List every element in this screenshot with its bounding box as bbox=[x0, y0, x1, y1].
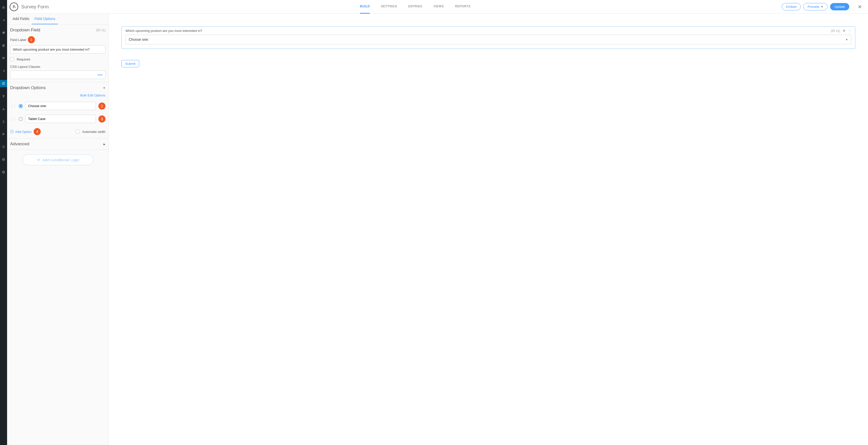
option-input-2[interactable] bbox=[25, 115, 96, 123]
rail-appearance-icon[interactable] bbox=[0, 105, 7, 112]
move-icon[interactable]: ✥ bbox=[843, 29, 845, 33]
advanced-header[interactable]: Advanced ▶ bbox=[10, 142, 105, 147]
annotation-badge-3: 3 bbox=[98, 115, 105, 122]
advanced-title: Advanced bbox=[10, 142, 29, 147]
bulk-edit-link[interactable]: Bulk Edit Options bbox=[10, 93, 105, 97]
form-title: Survey Form bbox=[21, 4, 49, 10]
rail-media-icon[interactable] bbox=[0, 29, 7, 36]
option-row-2: ⋮⋮ 3 bbox=[10, 115, 105, 123]
more-vert-icon[interactable]: ⋮ bbox=[848, 29, 851, 33]
add-option-label: Add Option bbox=[15, 130, 32, 134]
wordpress-admin-rail: D bbox=[0, 0, 7, 445]
top-tabs: BUILD SETTINGS ENTRIES VIEWS REPORTS bbox=[52, 0, 779, 14]
update-button[interactable]: Update bbox=[830, 3, 849, 10]
dropdown-placeholder: Choose one: bbox=[129, 37, 149, 41]
field-label-input[interactable] bbox=[10, 45, 105, 54]
preview-label: Preview bbox=[808, 5, 819, 9]
css-classes-more-icon[interactable]: ••• bbox=[98, 73, 103, 77]
tab-field-options[interactable]: Field Options bbox=[32, 14, 58, 24]
field-id-canvas: (ID 11) bbox=[831, 29, 840, 33]
dropdown-options-header[interactable]: Dropdown Options ▼ bbox=[10, 85, 105, 90]
rail-plugins-icon[interactable] bbox=[0, 93, 7, 100]
required-checkbox-row[interactable]: Required bbox=[10, 57, 105, 61]
top-actions: Embed Preview ▼ Update ✕ bbox=[782, 2, 863, 11]
required-checkbox[interactable] bbox=[10, 57, 14, 61]
rail-collapse-icon[interactable] bbox=[0, 169, 7, 176]
dropdown-options-title: Dropdown Options bbox=[10, 85, 46, 90]
tab-views[interactable]: VIEWS bbox=[433, 0, 444, 14]
annotation-badge-4: 4 bbox=[34, 128, 41, 135]
css-classes-input[interactable] bbox=[10, 70, 105, 79]
divider bbox=[853, 2, 853, 11]
annotation-badge-2: 2 bbox=[98, 102, 105, 110]
automatic-width-checkbox[interactable] bbox=[75, 129, 80, 134]
add-option-link[interactable]: + Add Option bbox=[10, 130, 32, 134]
svg-rect-6 bbox=[2, 146, 3, 147]
form-canvas: Which upcoming product are you most inte… bbox=[109, 14, 868, 445]
option-input-1[interactable] bbox=[25, 102, 96, 110]
required-label: Required bbox=[17, 57, 30, 61]
submit-button[interactable]: Submit bbox=[121, 60, 139, 67]
tab-build[interactable]: BUILD bbox=[360, 0, 370, 14]
drag-handle-icon[interactable]: ⋮⋮ bbox=[10, 117, 16, 121]
svg-rect-3 bbox=[3, 44, 5, 47]
option-default-radio-1[interactable] bbox=[19, 104, 23, 108]
close-icon[interactable]: ✕ bbox=[857, 3, 863, 11]
rail-tools-icon[interactable] bbox=[0, 130, 7, 138]
dropdown-field-card[interactable]: Which upcoming product are you most inte… bbox=[121, 26, 855, 49]
annotation-badge-1: 1 bbox=[28, 36, 35, 43]
panel-tabs: Add Fields Field Options bbox=[7, 14, 108, 25]
field-settings-panel: Add Fields Field Options Dropdown Field … bbox=[7, 14, 109, 445]
automatic-width-row[interactable]: Automatic width bbox=[75, 129, 105, 134]
option-row-1: ⋮⋮ 2 bbox=[10, 102, 105, 110]
rail-pages-icon[interactable] bbox=[0, 42, 7, 49]
svg-point-5 bbox=[3, 120, 4, 121]
topbar: Survey Form BUILD SETTINGS ENTRIES VIEWS… bbox=[7, 0, 868, 14]
chevron-right-icon: ▶ bbox=[103, 143, 105, 146]
rail-comments-icon[interactable] bbox=[0, 55, 7, 62]
tab-settings[interactable]: SETTINGS bbox=[381, 0, 397, 14]
rail-pin-icon[interactable] bbox=[0, 17, 7, 24]
dropdown-select[interactable]: Choose one: ▼ bbox=[125, 35, 851, 44]
chevron-down-icon: ▼ bbox=[103, 87, 105, 89]
chevron-down-icon: ▼ bbox=[845, 38, 848, 41]
caret-down-icon: ▼ bbox=[821, 5, 823, 8]
svg-rect-9 bbox=[4, 147, 5, 148]
add-conditional-logic-button[interactable]: Add Conditional Logic bbox=[23, 154, 93, 165]
preview-button[interactable]: Preview ▼ bbox=[803, 3, 828, 10]
rail-d-icon[interactable]: D bbox=[0, 156, 7, 163]
plus-circle-icon: + bbox=[10, 130, 14, 134]
tab-add-fields[interactable]: Add Fields bbox=[10, 14, 32, 24]
rail-dashboard-icon[interactable] bbox=[0, 4, 7, 11]
svg-rect-8 bbox=[2, 147, 3, 148]
rail-pin2-icon[interactable] bbox=[0, 67, 7, 75]
rail-settings-icon[interactable] bbox=[0, 143, 7, 150]
tab-entries[interactable]: ENTRIES bbox=[408, 0, 422, 14]
rail-formidable-icon[interactable] bbox=[0, 80, 7, 87]
css-classes-label: CSS Layout Classes bbox=[10, 65, 40, 68]
field-id-text: (ID 11) bbox=[96, 28, 105, 32]
automatic-width-label: Automatic width bbox=[82, 130, 105, 134]
tab-reports[interactable]: REPORTS bbox=[455, 0, 471, 14]
svg-rect-7 bbox=[4, 146, 5, 147]
svg-text:D: D bbox=[3, 158, 4, 160]
drag-handle-icon[interactable]: ⋮⋮ bbox=[10, 104, 16, 108]
field-question-label: Which upcoming product are you most inte… bbox=[125, 29, 202, 33]
embed-button[interactable]: Embed bbox=[782, 3, 801, 10]
field-type-title: Dropdown Field bbox=[10, 28, 40, 33]
rail-users-icon[interactable] bbox=[0, 118, 7, 125]
option-default-radio-2[interactable] bbox=[19, 117, 23, 121]
conditional-logic-label: Add Conditional Logic bbox=[42, 158, 80, 162]
svg-rect-2 bbox=[3, 32, 5, 33]
field-label-heading: Field Label bbox=[10, 38, 26, 42]
formidable-logo-icon bbox=[10, 3, 18, 11]
branch-icon bbox=[36, 158, 40, 162]
